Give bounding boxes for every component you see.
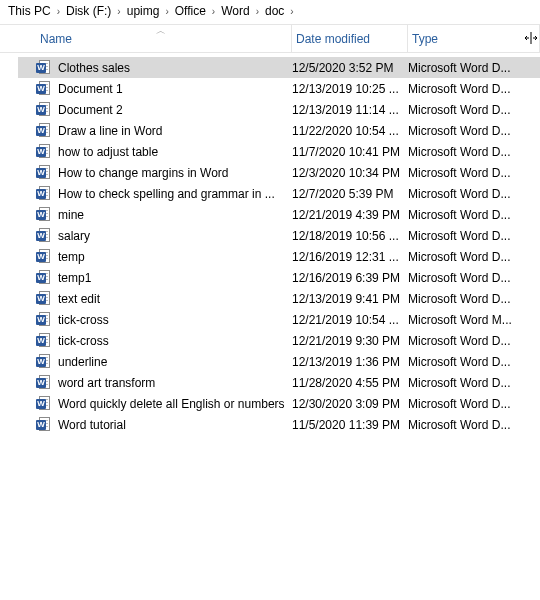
table-row[interactable]: Wunderline12/13/2019 1:36 PMMicrosoft Wo…: [18, 351, 540, 372]
file-name: Word quickly delete all English or numbe…: [58, 397, 292, 411]
table-row[interactable]: Wword art transform11/28/2020 4:55 PMMic…: [18, 372, 540, 393]
breadcrumb-segment[interactable]: doc: [261, 0, 288, 22]
file-name: word art transform: [58, 376, 292, 390]
file-name: text edit: [58, 292, 292, 306]
file-icon-cell: W: [36, 228, 58, 244]
file-type: Microsoft Word D...: [408, 166, 540, 180]
table-row[interactable]: Wtemp112/16/2019 6:39 PMMicrosoft Word D…: [18, 267, 540, 288]
file-date: 11/28/2020 4:55 PM: [292, 376, 408, 390]
file-icon-cell: W: [36, 396, 58, 412]
file-date: 12/13/2019 11:14 ...: [292, 103, 408, 117]
file-icon-cell: W: [36, 354, 58, 370]
chevron-right-icon[interactable]: ›: [288, 6, 295, 17]
word-doc-icon: W: [36, 312, 52, 328]
file-name: tick-cross: [58, 313, 292, 327]
file-name: tick-cross: [58, 334, 292, 348]
word-doc-icon: W: [36, 60, 52, 76]
word-doc-icon: W: [36, 417, 52, 433]
word-doc-icon: W: [36, 375, 52, 391]
column-headers: Name ︿ Date modified Type: [0, 25, 540, 53]
file-icon-cell: W: [36, 375, 58, 391]
table-row[interactable]: WClothes sales12/5/2020 3:52 PMMicrosoft…: [18, 57, 540, 78]
file-type: Microsoft Word D...: [408, 229, 540, 243]
file-date: 12/13/2019 10:25 ...: [292, 82, 408, 96]
word-doc-icon: W: [36, 81, 52, 97]
file-type: Microsoft Word D...: [408, 250, 540, 264]
file-icon-cell: W: [36, 291, 58, 307]
breadcrumb-segment[interactable]: Office: [171, 0, 210, 22]
column-header-type[interactable]: Type: [408, 25, 540, 52]
file-list: WClothes sales12/5/2020 3:52 PMMicrosoft…: [0, 53, 540, 435]
table-row[interactable]: WDocument 112/13/2019 10:25 ...Microsoft…: [18, 78, 540, 99]
table-row[interactable]: Wtick-cross12/21/2019 9:30 PMMicrosoft W…: [18, 330, 540, 351]
file-type: Microsoft Word D...: [408, 145, 540, 159]
table-row[interactable]: WHow to check spelling and grammar in ..…: [18, 183, 540, 204]
file-icon-cell: W: [36, 312, 58, 328]
breadcrumb[interactable]: This PC›Disk (F:)›upimg›Office›Word›doc›: [0, 0, 540, 22]
file-type: Microsoft Word D...: [408, 397, 540, 411]
table-row[interactable]: WHow to change margins in Word12/3/2020 …: [18, 162, 540, 183]
file-icon-cell: W: [36, 207, 58, 223]
file-date: 11/5/2020 11:39 PM: [292, 418, 408, 432]
file-name: How to check spelling and grammar in ...: [58, 187, 292, 201]
file-name: underline: [58, 355, 292, 369]
file-icon-cell: W: [36, 102, 58, 118]
word-doc-icon: W: [36, 186, 52, 202]
table-row[interactable]: Wtemp12/16/2019 12:31 ...Microsoft Word …: [18, 246, 540, 267]
file-date: 12/3/2020 10:34 PM: [292, 166, 408, 180]
table-row[interactable]: Whow to adjust table11/7/2020 10:41 PMMi…: [18, 141, 540, 162]
chevron-right-icon[interactable]: ›: [254, 6, 261, 17]
file-icon-cell: W: [36, 81, 58, 97]
file-icon-cell: W: [36, 270, 58, 286]
file-date: 12/16/2019 6:39 PM: [292, 271, 408, 285]
file-date: 11/22/2020 10:54 ...: [292, 124, 408, 138]
file-date: 12/13/2019 1:36 PM: [292, 355, 408, 369]
column-header-date[interactable]: Date modified: [292, 25, 408, 52]
table-row[interactable]: WDocument 212/13/2019 11:14 ...Microsoft…: [18, 99, 540, 120]
chevron-right-icon[interactable]: ›: [163, 6, 170, 17]
table-row[interactable]: Wtick-cross12/21/2019 10:54 ...Microsoft…: [18, 309, 540, 330]
column-header-name[interactable]: Name ︿: [36, 25, 292, 52]
chevron-right-icon[interactable]: ›: [210, 6, 217, 17]
file-date: 12/21/2019 4:39 PM: [292, 208, 408, 222]
table-row[interactable]: WWord quickly delete all English or numb…: [18, 393, 540, 414]
file-type: Microsoft Word D...: [408, 82, 540, 96]
file-icon-cell: W: [36, 186, 58, 202]
table-row[interactable]: Wtext edit12/13/2019 9:41 PMMicrosoft Wo…: [18, 288, 540, 309]
word-doc-icon: W: [36, 123, 52, 139]
breadcrumb-segment[interactable]: Disk (F:): [62, 0, 115, 22]
file-date: 12/21/2019 9:30 PM: [292, 334, 408, 348]
breadcrumb-segment[interactable]: Word: [217, 0, 253, 22]
file-date: 12/30/2020 3:09 PM: [292, 397, 408, 411]
file-type: Microsoft Word D...: [408, 103, 540, 117]
file-date: 12/16/2019 12:31 ...: [292, 250, 408, 264]
file-date: 12/21/2019 10:54 ...: [292, 313, 408, 327]
file-date: 12/7/2020 5:39 PM: [292, 187, 408, 201]
file-name: temp1: [58, 271, 292, 285]
file-icon-cell: W: [36, 144, 58, 160]
chevron-right-icon[interactable]: ›: [55, 6, 62, 17]
file-icon-cell: W: [36, 249, 58, 265]
table-row[interactable]: WWord tutorial11/5/2020 11:39 PMMicrosof…: [18, 414, 540, 435]
word-doc-icon: W: [36, 207, 52, 223]
file-type: Microsoft Word D...: [408, 124, 540, 138]
file-type: Microsoft Word D...: [408, 187, 540, 201]
file-icon-cell: W: [36, 60, 58, 76]
breadcrumb-segment[interactable]: This PC: [4, 0, 55, 22]
word-doc-icon: W: [36, 396, 52, 412]
word-doc-icon: W: [36, 102, 52, 118]
file-type: Microsoft Word D...: [408, 208, 540, 222]
table-row[interactable]: WDraw a line in Word11/22/2020 10:54 ...…: [18, 120, 540, 141]
word-doc-icon: W: [36, 354, 52, 370]
chevron-right-icon[interactable]: ›: [115, 6, 122, 17]
file-date: 12/13/2019 9:41 PM: [292, 292, 408, 306]
breadcrumb-segment[interactable]: upimg: [123, 0, 164, 22]
table-row[interactable]: Wmine12/21/2019 4:39 PMMicrosoft Word D.…: [18, 204, 540, 225]
file-type: Microsoft Word D...: [408, 271, 540, 285]
file-name: Clothes sales: [58, 61, 292, 75]
file-date: 11/7/2020 10:41 PM: [292, 145, 408, 159]
file-icon-cell: W: [36, 165, 58, 181]
table-row[interactable]: Wsalary12/18/2019 10:56 ...Microsoft Wor…: [18, 225, 540, 246]
column-resize-icon[interactable]: [524, 31, 538, 45]
file-icon-cell: W: [36, 333, 58, 349]
